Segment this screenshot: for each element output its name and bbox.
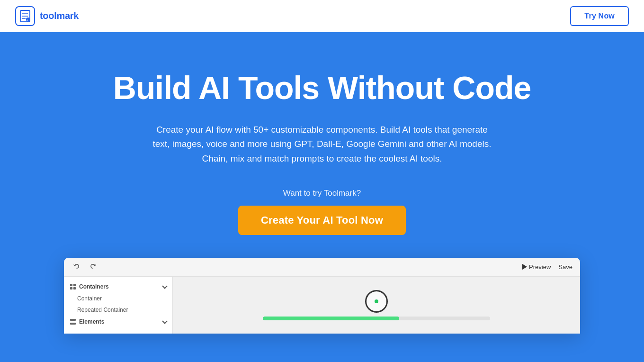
preview-label: Preview [529, 263, 551, 271]
logo-text-brand: mark [56, 10, 79, 21]
try-now-button[interactable]: Try Now [570, 6, 629, 26]
svg-rect-9 [73, 287, 76, 290]
preview-body: Containers Container Repeated Container [64, 277, 580, 334]
logo-icon: + [15, 6, 35, 26]
redo-icon[interactable] [87, 261, 98, 272]
containers-chevron-icon [162, 283, 167, 289]
elements-label: Elements [70, 318, 104, 325]
progress-bar [263, 317, 490, 320]
toolbar-right: Preview Save [522, 263, 572, 271]
main-canvas [173, 277, 580, 334]
sidebar-containers-section: Containers [64, 281, 172, 293]
svg-rect-6 [70, 284, 72, 286]
preview-toolbar: Preview Save [64, 258, 580, 277]
sidebar-elements-section: Elements [64, 316, 172, 328]
cta-area: Want to try Toolmark? Create Your AI Too… [238, 189, 406, 235]
sidebar-panel: Containers Container Repeated Container [64, 277, 173, 334]
undo-icon[interactable] [72, 261, 83, 272]
play-icon [522, 264, 527, 270]
create-tool-button[interactable]: Create Your AI Tool Now [238, 206, 406, 235]
header: + toolmark Try Now [0, 0, 644, 32]
sidebar-item-repeated-container[interactable]: Repeated Container [64, 304, 172, 316]
svg-rect-8 [70, 287, 72, 290]
containers-label: Containers [70, 283, 109, 290]
progress-bar-fill [263, 317, 399, 320]
toolbar-left [72, 261, 98, 272]
svg-rect-10 [70, 319, 76, 321]
cursor-dot [375, 299, 378, 303]
hero-title: Build AI Tools Without Code [113, 70, 531, 106]
logo-text: toolmark [40, 10, 79, 21]
cursor-indicator [365, 290, 388, 313]
save-button[interactable]: Save [558, 263, 572, 271]
sidebar-item-container[interactable]: Container [64, 293, 172, 304]
elements-chevron-icon [162, 318, 167, 324]
logo-text-plain: tool [40, 10, 56, 21]
hero-subtitle: Create your AI flow with 50+ customizabl… [147, 123, 497, 166]
app-preview: Preview Save Containers [64, 258, 580, 334]
svg-text:+: + [27, 18, 29, 21]
logo-area: + toolmark [15, 6, 79, 26]
preview-button[interactable]: Preview [522, 263, 551, 271]
hero-section: Build AI Tools Without Code Create your … [0, 32, 644, 362]
svg-rect-7 [73, 284, 76, 286]
canvas-element [263, 290, 490, 320]
svg-rect-11 [70, 323, 76, 325]
cta-prompt: Want to try Toolmark? [283, 189, 361, 198]
